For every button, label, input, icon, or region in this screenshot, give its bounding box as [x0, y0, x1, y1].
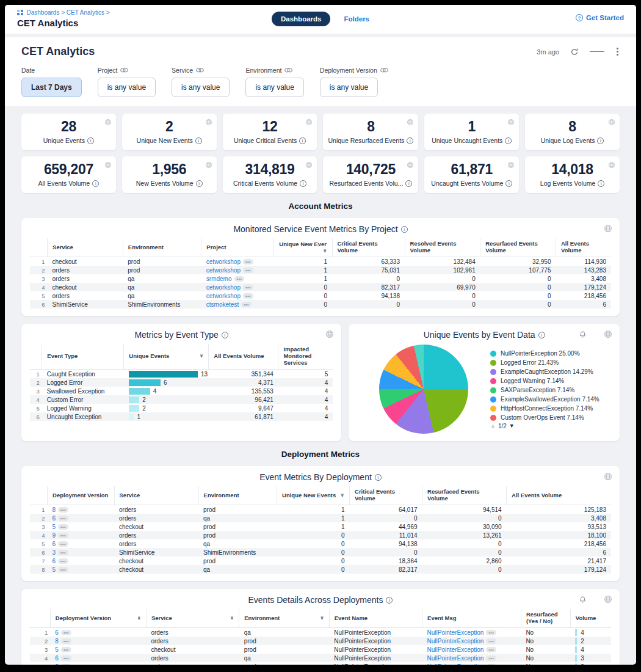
column-header[interactable]: Unique Events∨: [124, 344, 209, 370]
more-badge[interactable]: [58, 516, 68, 521]
sort-asc-icon[interactable]: ∧: [137, 615, 141, 621]
metric-card[interactable]: 61,871Uncaught Events Volume: [424, 156, 519, 193]
cell-link[interactable]: 6: [53, 558, 56, 564]
metric-card[interactable]: 659,207All Events Volume: [21, 156, 116, 193]
globe-icon[interactable]: [104, 160, 112, 171]
table-row[interactable]: 28ordersprodNullPointerExceptionNullPoin…: [30, 637, 611, 645]
column-header[interactable]: Critical Events Volume: [350, 486, 422, 505]
kebab-menu-icon[interactable]: [594, 595, 596, 606]
globe-icon[interactable]: [325, 330, 334, 341]
cell-link[interactable]: NullPointerException: [427, 629, 484, 636]
globe-icon[interactable]: [604, 595, 612, 606]
table-row[interactable]: 5ordersqacetworkshop094,13800218,456: [30, 291, 611, 300]
info-icon[interactable]: [92, 180, 99, 187]
metric-card[interactable]: 8Unique Resurfaced Events: [323, 114, 418, 150]
info-icon[interactable]: [505, 180, 512, 187]
more-badge[interactable]: [58, 558, 68, 564]
more-badge[interactable]: [58, 533, 68, 538]
column-header[interactable]: Unique New Ever∨: [274, 238, 332, 257]
column-header[interactable]: Resolved Events Volume: [405, 238, 480, 257]
table-row[interactable]: 49ordersprod011,01413,26118,100: [30, 531, 611, 539]
pie-chart[interactable]: [379, 345, 468, 434]
table-row[interactable]: 18ordersprod164,01794,514125,183: [30, 505, 611, 514]
cell-link[interactable]: 6: [53, 515, 56, 522]
cell-link[interactable]: 6: [55, 655, 59, 662]
column-header[interactable]: Resurfaced Events Volume: [480, 238, 556, 257]
globe-icon[interactable]: [608, 160, 615, 171]
cell-link[interactable]: NullPointerException: [427, 638, 484, 645]
more-badge[interactable]: [58, 550, 68, 555]
more-badge[interactable]: [486, 664, 496, 665]
cell-link[interactable]: NullPointerException: [427, 663, 484, 665]
more-badge[interactable]: [61, 664, 71, 665]
kebab-menu-icon[interactable]: [594, 330, 596, 341]
filter-icon[interactable]: [590, 50, 604, 54]
info-icon[interactable]: [222, 332, 228, 338]
info-icon[interactable]: [597, 137, 604, 144]
cell-link[interactable]: 8: [55, 663, 59, 665]
table-row[interactable]: 35checkoutprod144,96930,09093,513: [30, 522, 611, 531]
info-icon[interactable]: [538, 332, 545, 338]
table-row[interactable]: 3ordersqasrmdemo10003,408: [30, 274, 611, 283]
legend-item[interactable]: HttpHostConnectException 7.14%: [490, 404, 611, 412]
info-icon[interactable]: [195, 137, 202, 144]
bell-icon[interactable]: [579, 330, 587, 341]
more-badge[interactable]: [243, 259, 253, 265]
info-icon[interactable]: [407, 137, 413, 144]
legend-item[interactable]: Custom OverOps Event 7.14%: [490, 414, 611, 422]
column-header[interactable]: Critical Events Volume: [332, 238, 405, 257]
globe-icon[interactable]: [305, 117, 313, 128]
globe-icon[interactable]: [205, 117, 212, 128]
column-header[interactable]: Unique New Events∨: [277, 486, 350, 505]
info-icon[interactable]: [401, 226, 408, 233]
globe-icon[interactable]: [507, 117, 515, 128]
legend-item[interactable]: NullPointerException 25.00%: [490, 349, 611, 357]
globe-icon[interactable]: [507, 160, 515, 171]
tab-folders[interactable]: Folders: [344, 15, 369, 23]
more-badge[interactable]: [61, 656, 71, 661]
filter-value-button[interactable]: is any value: [245, 78, 303, 97]
metric-card[interactable]: 12Unique Critical Events: [223, 114, 317, 150]
more-badge[interactable]: [243, 268, 253, 273]
metric-card[interactable]: 140,725Resurfaced Events Volu...: [323, 156, 418, 193]
table-row[interactable]: 16ordersqaNullPointerExceptionNullPointe…: [30, 628, 611, 637]
globe-icon[interactable]: [608, 117, 615, 128]
more-badge[interactable]: [58, 507, 68, 513]
metric-card[interactable]: 2Unique New Events: [122, 114, 217, 150]
cell-link[interactable]: cetworkshop: [206, 284, 241, 291]
column-header[interactable]: Event Type: [42, 344, 124, 370]
table-row[interactable]: 2ordersprodcetworkshop175,031102,961107,…: [30, 266, 611, 274]
table-row[interactable]: 1checkoutprodcetworkshop163,333132,48432…: [30, 257, 611, 266]
more-badge[interactable]: [243, 293, 253, 299]
globe-icon[interactable]: [305, 160, 313, 171]
cell-link[interactable]: 5: [53, 524, 56, 530]
column-header[interactable]: All Events Volume: [556, 238, 612, 257]
column-header[interactable]: Deployment Version: [48, 486, 114, 505]
sort-desc-icon[interactable]: ∨: [230, 615, 234, 621]
cell-link[interactable]: 8: [53, 506, 56, 513]
table-row[interactable]: 46ordersqaNullPointerExceptionNullPointe…: [30, 654, 611, 662]
kebab-menu-icon[interactable]: [615, 48, 620, 56]
more-badge[interactable]: [58, 567, 68, 572]
cell-link[interactable]: 5: [53, 566, 56, 573]
legend-page-up-icon[interactable]: ▲: [490, 423, 496, 429]
column-header[interactable]: Service: [48, 238, 123, 257]
filter-value-button[interactable]: is any value: [98, 78, 156, 97]
globe-icon[interactable]: [604, 224, 612, 235]
info-icon[interactable]: [386, 597, 393, 604]
metric-card[interactable]: 1,956New Events Volume: [122, 156, 217, 193]
column-header[interactable]: Environment∨: [239, 609, 330, 628]
metric-card[interactable]: 14,018Log Events Volume: [525, 156, 620, 193]
column-header[interactable]: Deployment Version∧: [50, 609, 146, 628]
info-icon[interactable]: [405, 180, 412, 187]
cell-link[interactable]: cetworkshop: [206, 293, 241, 299]
column-header[interactable]: Volume: [570, 609, 611, 628]
info-icon[interactable]: [196, 180, 203, 187]
cell-link[interactable]: srmdemo: [206, 276, 232, 282]
more-badge[interactable]: [61, 638, 71, 644]
column-header[interactable]: Service∨: [146, 609, 239, 628]
column-header[interactable]: Impacted Monitored Services: [278, 344, 333, 370]
tab-dashboards[interactable]: Dashboards: [272, 12, 330, 26]
column-header[interactable]: All Events Volume: [209, 344, 278, 370]
legend-page-down-icon[interactable]: ▼: [509, 423, 515, 429]
